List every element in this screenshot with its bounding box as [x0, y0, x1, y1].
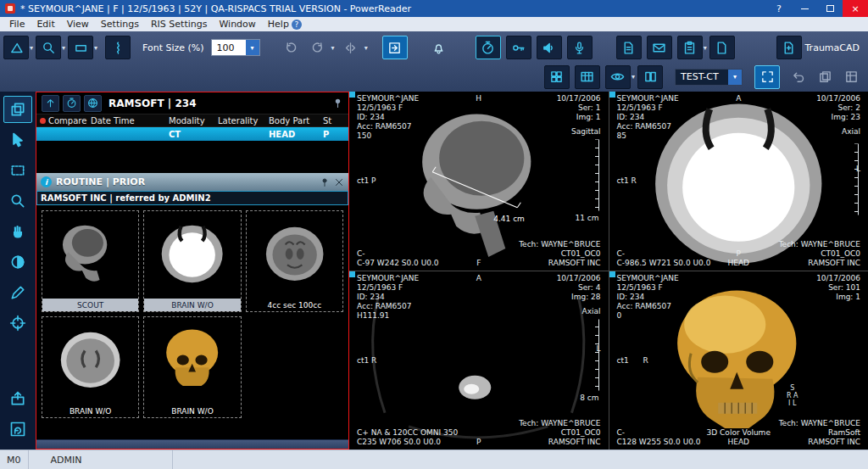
collapse-up-icon[interactable]	[42, 95, 59, 112]
menu-file[interactable]: File	[3, 17, 31, 31]
flip-horizontal-icon[interactable]	[343, 41, 358, 55]
series-thumbnail-scout[interactable]: SCOUT	[42, 210, 139, 312]
layout-grid-icon[interactable]	[544, 65, 570, 89]
orientation-left-label: ct1 P	[357, 176, 376, 186]
pin-icon[interactable]	[332, 98, 343, 109]
menu-settings[interactable]: Settings	[95, 17, 145, 31]
series-thumbnail-brain-2[interactable]: BRAIN W/O	[42, 316, 139, 418]
angle-tool-icon[interactable]	[3, 36, 29, 59]
rotate-right-icon[interactable]	[310, 41, 325, 55]
column-status[interactable]: St	[320, 116, 348, 126]
roi-box-icon[interactable]	[3, 157, 32, 184]
compare-book-icon[interactable]	[637, 65, 663, 89]
chevron-down-icon[interactable]: ▾	[62, 44, 65, 52]
hanging-protocol-icon[interactable]	[575, 65, 600, 89]
series-panel-header: i ROUTINE | PRIOR	[36, 173, 348, 191]
report-icon[interactable]	[677, 36, 703, 59]
chevron-down-icon[interactable]: ▾	[30, 44, 33, 52]
reset-icon[interactable]	[3, 416, 32, 443]
notifications-bell-icon[interactable]	[431, 41, 446, 55]
key-icon[interactable]	[506, 36, 531, 59]
series-thumbnail-3d-skull[interactable]: BRAIN W/O	[143, 316, 241, 418]
pointer-icon[interactable]	[3, 126, 32, 154]
technique-overlay: C-C-97 W242 S0.0 U0.0	[357, 249, 439, 268]
maximize-icon	[826, 5, 834, 12]
plane-label: Axial	[816, 127, 860, 137]
layout-settings-icon[interactable]	[844, 70, 859, 84]
zoom-tool-icon[interactable]	[36, 36, 61, 59]
horizontal-scrollbar[interactable]	[36, 439, 348, 449]
help-button[interactable]: ?	[766, 0, 792, 17]
column-modality[interactable]: Modality	[165, 116, 214, 126]
visibility-eye-icon[interactable]	[605, 65, 631, 89]
column-date-time[interactable]: Date Time	[87, 116, 165, 126]
chevron-down-icon[interactable]: ▾	[364, 44, 368, 52]
viewport-4[interactable]: SEYMOUR^JANE12/5/1963 FID: 234Acc: RAM65…	[609, 271, 868, 450]
viewport-2[interactable]: SEYMOUR^JANE12/5/1963 FID: 234Acc: RAM65…	[609, 92, 868, 271]
orientation-cube-marker: S R A I L	[787, 384, 798, 407]
envelope-icon[interactable]	[647, 36, 672, 59]
menu-help[interactable]: Help?	[262, 17, 308, 31]
font-size-value: 100	[212, 40, 246, 55]
timer-stopwatch-icon[interactable]	[63, 95, 81, 112]
chevron-down-icon[interactable]: ▾	[632, 73, 635, 81]
export-study-icon[interactable]	[3, 385, 32, 412]
chevron-down-icon[interactable]: ▾	[246, 40, 259, 55]
tech-info-overlay: Tech: WAYNE^BRUCECT01_OC0RAMSOFT INC	[519, 419, 600, 447]
toolbar-row-1: ▾ ▾ ▾ Font Size (%) 100 ▾ ▾ ▾	[3, 32, 865, 63]
status-mode: M0	[0, 450, 29, 469]
info-icon[interactable]: i	[41, 176, 52, 187]
viewport-1[interactable]: 4.41 cm SEYMOUR^JANE12/5/1963 FID: 234Ac…	[349, 92, 609, 271]
close-icon[interactable]	[334, 177, 344, 187]
series-info-overlay: 10/17/2006Ser: 101Img: 1	[816, 274, 860, 302]
spine-label-icon[interactable]	[105, 36, 131, 59]
font-size-select[interactable]: 100 ▾	[211, 39, 260, 56]
column-laterality[interactable]: Laterality	[214, 116, 265, 126]
new-document-icon[interactable]	[709, 36, 735, 59]
minimize-button[interactable]	[792, 0, 817, 17]
chevron-down-icon[interactable]: ▾	[728, 70, 742, 85]
series-thumbnail-brain-1[interactable]: BRAIN W/O	[143, 210, 241, 312]
window-level-icon[interactable]	[3, 248, 32, 276]
layout-preset-select[interactable]: TEST-CT ▾	[675, 69, 743, 86]
app-icon	[5, 3, 15, 14]
pan-hand-icon[interactable]	[3, 218, 32, 245]
traumacad-icon[interactable]	[776, 36, 802, 59]
statusbar: M0 ADMIN	[0, 449, 868, 469]
column-body-part[interactable]: Body Part	[265, 116, 320, 126]
speaker-icon[interactable]	[537, 36, 562, 59]
chevron-down-icon[interactable]: ▾	[94, 44, 97, 52]
close-button[interactable]: ×	[843, 0, 868, 17]
chevron-down-icon[interactable]: ▾	[331, 44, 335, 52]
column-compare[interactable]: Compare	[48, 116, 86, 126]
menu-edit[interactable]: Edit	[31, 17, 60, 31]
pin-icon[interactable]	[320, 177, 330, 187]
export-image-icon[interactable]	[382, 36, 408, 59]
viewport-grid: 4.41 cm SEYMOUR^JANE12/5/1963 FID: 234Ac…	[349, 92, 868, 449]
crosshair-icon[interactable]	[3, 310, 32, 337]
rectangle-tool-icon[interactable]	[68, 36, 93, 59]
study-row-selected[interactable]: CT HEAD P	[36, 127, 348, 141]
series-info-overlay: 10/17/2006Ser: 2Img: 23 Axial	[816, 94, 860, 137]
globe-icon[interactable]	[84, 95, 102, 112]
menu-window[interactable]: Window	[213, 17, 261, 31]
menu-ris-settings[interactable]: RIS Settings	[145, 17, 213, 31]
active-corner-marker	[609, 92, 615, 98]
series-thumbnail-4cc[interactable]: 4cc sec 100cc	[246, 210, 343, 312]
viewport-3[interactable]: SEYMOUR^JANE12/5/1963 FID: 234Acc: RAM65…	[349, 271, 609, 450]
annotate-pen-icon[interactable]	[3, 279, 32, 306]
magnifier-icon[interactable]	[3, 187, 32, 215]
microphone-icon[interactable]	[567, 36, 593, 59]
clone-layout-icon[interactable]	[818, 70, 832, 84]
menu-view[interactable]: View	[61, 17, 95, 31]
document-icon[interactable]	[616, 36, 642, 59]
main-area: RAMSOFT | 234 Compare Date Time Modality…	[0, 92, 868, 449]
rotate-left-icon[interactable]	[284, 41, 298, 55]
chevron-down-icon[interactable]: ▾	[704, 44, 707, 52]
maximize-button[interactable]	[817, 0, 843, 17]
minimize-icon	[801, 8, 809, 9]
timer-stopwatch-icon[interactable]	[476, 36, 501, 59]
series-stack-icon[interactable]	[3, 96, 32, 123]
undo-icon[interactable]	[792, 70, 806, 84]
fit-to-window-icon[interactable]	[754, 65, 780, 89]
